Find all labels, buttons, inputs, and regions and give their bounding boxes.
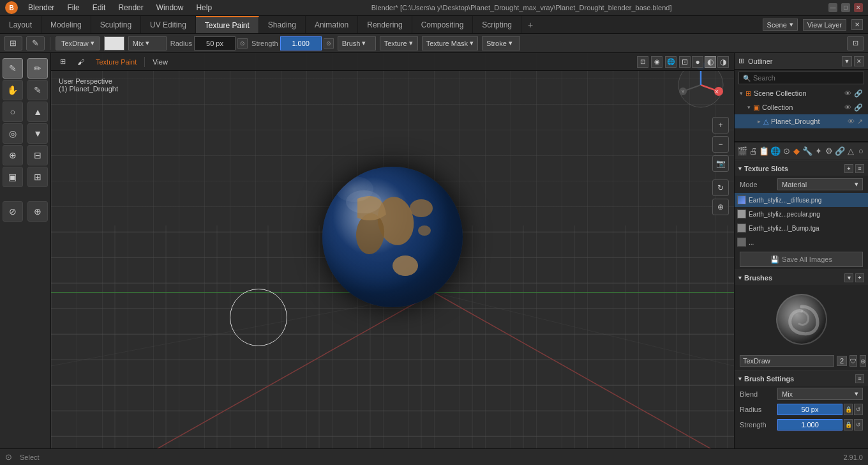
object-mode-btn[interactable]: ⊞: [4, 36, 22, 50]
tab-uv-editing[interactable]: UV Editing: [141, 16, 196, 33]
texture-slot-3[interactable]: ...: [735, 235, 868, 249]
subtract-btn[interactable]: ▼: [27, 123, 48, 144]
brushes-expand[interactable]: ▾: [844, 273, 853, 282]
radius-eyedropper[interactable]: ⊙: [237, 38, 248, 49]
outliner-search-input[interactable]: [753, 74, 860, 82]
brushes-toggle[interactable]: ▾ Brushes ▾ +: [735, 270, 868, 285]
save-all-images-button[interactable]: 💾 Save All Images: [740, 252, 863, 267]
outliner-row-scene-collection[interactable]: ▾ ⊞ Scene Collection 👁 🔗: [735, 86, 868, 100]
texture-slot-1[interactable]: Earth_styliz...pecular.png: [735, 207, 868, 221]
tab-rendering[interactable]: Rendering: [358, 16, 412, 33]
close-button[interactable]: ✕: [854, 3, 863, 12]
planet-eye-icon[interactable]: 👁: [848, 118, 855, 125]
solid-mode-btn[interactable]: ●: [692, 56, 703, 68]
draw-brush[interactable]: ✏: [27, 58, 48, 79]
col-link-icon[interactable]: 🔗: [854, 103, 863, 112]
brush-copy-btn[interactable]: ⊕: [860, 355, 866, 367]
tab-texture-paint[interactable]: Texture Paint: [196, 16, 259, 33]
brush-selector[interactable]: Brush ▾: [338, 36, 376, 50]
modifier-props-btn[interactable]: 🔧: [802, 144, 812, 158]
brush-tool-btn[interactable]: ✎: [26, 36, 45, 50]
menu-window[interactable]: Window: [154, 2, 186, 13]
brush-settings-toggle[interactable]: ▾ Brush Settings ≡: [735, 370, 868, 386]
outliner-new-btn[interactable]: ✕: [854, 56, 864, 66]
layer-btn[interactable]: ⊞: [27, 167, 48, 187]
scene-props-btn[interactable]: 🌐: [770, 144, 781, 158]
vp-toggle-1[interactable]: ⊡: [637, 56, 648, 68]
particles-props-btn[interactable]: ✦: [814, 144, 823, 158]
tab-modeling[interactable]: Modeling: [41, 16, 91, 33]
scene-link-icon[interactable]: 🔗: [854, 89, 863, 98]
texture-slots-toggle[interactable]: ▾ Texture Slots + ≡: [735, 160, 868, 176]
view-layer-props-btn[interactable]: 📋: [759, 144, 769, 158]
toggle-overlay[interactable]: ⊡: [847, 36, 864, 50]
fill-tool[interactable]: ▣: [3, 167, 23, 187]
brush-color-swatch[interactable]: [104, 36, 124, 50]
strength-reset-btn[interactable]: ↺: [854, 419, 863, 431]
brush-type-selector[interactable]: TexDraw ▾: [56, 36, 100, 50]
tab-compositing[interactable]: Compositing: [412, 16, 474, 33]
viewport-texture-paint-btn[interactable]: Texture Paint: [92, 57, 140, 67]
view-layer-selector[interactable]: View Layer: [803, 19, 846, 31]
render-mode-btn[interactable]: ◑: [717, 56, 729, 68]
menu-render[interactable]: Render: [116, 2, 146, 13]
object-props-btn[interactable]: ◆: [792, 144, 801, 158]
radius-reset-btn[interactable]: ↺: [854, 404, 863, 415]
mode-dropdown[interactable]: Material ▾: [777, 178, 863, 190]
vp-toggle-2[interactable]: ◉: [651, 56, 662, 68]
grab-tool[interactable]: ✋: [3, 80, 23, 100]
menu-file[interactable]: File: [64, 2, 82, 13]
brush-settings-expand[interactable]: ≡: [855, 374, 864, 383]
view-layer-options[interactable]: ✕: [851, 19, 863, 30]
blend-mode-selector[interactable]: Mix ▾: [128, 36, 167, 50]
texture-slots-add[interactable]: +: [844, 164, 853, 173]
brush-radius-input[interactable]: 50 px: [777, 404, 842, 415]
material-mode-btn[interactable]: ◐: [705, 56, 716, 68]
add-workspace-button[interactable]: +: [521, 20, 539, 30]
output-props-btn[interactable]: 🖨: [749, 144, 758, 158]
strength-eyedropper[interactable]: ⊙: [324, 38, 334, 49]
wireframe-mode-btn[interactable]: ⊡: [679, 56, 691, 68]
tab-animation[interactable]: Animation: [306, 16, 358, 33]
constraints-props-btn[interactable]: 🔗: [835, 144, 845, 158]
maximize-button[interactable]: □: [841, 3, 850, 12]
viewport-header-icon[interactable]: ⊞: [56, 56, 70, 67]
vp-toggle-3[interactable]: 🌐: [665, 56, 677, 68]
outliner-row-collection[interactable]: ▾ ▣ Collection 👁 🔗: [735, 100, 868, 114]
flatten-btn[interactable]: ⊟: [27, 145, 48, 165]
zoom-out-btn[interactable]: −: [712, 136, 729, 153]
data-props-btn[interactable]: △: [846, 144, 855, 158]
brush-strength-input[interactable]: 1.000: [777, 419, 842, 431]
outliner-row-planet[interactable]: ▸ △ Planet_Drought 👁 ↗: [735, 114, 868, 128]
texture-slot-0[interactable]: Earth_styliz..._diffuse.png: [735, 193, 868, 207]
tab-sculpting[interactable]: Sculpting: [91, 16, 141, 33]
texture-slot-2[interactable]: Earth_styliz...l_Bump.tga: [735, 221, 868, 235]
orbit-btn[interactable]: ↻: [712, 179, 729, 196]
viewport[interactable]: ⊞ 🖌 Texture Paint View ⊡ ◉ 🌐 ⊡ ● ◐ ◑ Use…: [51, 53, 734, 448]
tab-shading[interactable]: Shading: [259, 16, 306, 33]
world-props-btn[interactable]: ⊙: [782, 144, 791, 158]
tab-scripting[interactable]: Scripting: [473, 16, 521, 33]
radius-lock-btn[interactable]: 🔒: [844, 404, 853, 415]
scene-selector[interactable]: Scene ▾: [763, 19, 798, 31]
pan-btn[interactable]: ⊕: [712, 199, 729, 215]
camera-view-btn[interactable]: 📷: [712, 155, 729, 172]
material-props-btn[interactable]: ○: [857, 144, 865, 158]
menu-help[interactable]: Help: [193, 2, 214, 13]
soften-tool[interactable]: ○: [3, 102, 23, 122]
annotate-tool[interactable]: ✎: [27, 80, 48, 100]
brush-shield-btn[interactable]: 🛡: [849, 355, 857, 367]
inflate-btn[interactable]: ⊕: [27, 201, 48, 222]
texture-slots-opts[interactable]: ≡: [855, 164, 864, 173]
render-props-btn[interactable]: 🎬: [737, 144, 747, 158]
physics-props-btn[interactable]: ⚙: [825, 144, 834, 158]
scene-eye-icon[interactable]: 👁: [844, 89, 851, 97]
smear-tool[interactable]: ◎: [3, 123, 23, 144]
tab-layout[interactable]: Layout: [0, 16, 41, 33]
blend-dropdown[interactable]: Mix ▾: [777, 388, 863, 400]
texture-selector[interactable]: Texture ▾: [380, 36, 418, 50]
planet-sel-icon[interactable]: ↗: [857, 118, 863, 126]
strength-input[interactable]: 1.000: [280, 36, 322, 50]
draw-tool[interactable]: ✎: [3, 58, 23, 79]
viewport-paint-mode[interactable]: 🖌: [73, 57, 88, 67]
